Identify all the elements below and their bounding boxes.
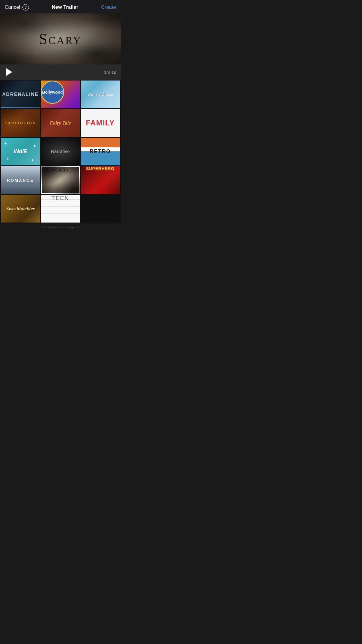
help-icon: ?: [24, 5, 27, 10]
trailer-item-superhero[interactable]: SUPERHERO: [81, 166, 120, 194]
trailer-item-adrenaline[interactable]: ADRENALINE: [1, 80, 40, 108]
trailer-label-family: FAMILY: [81, 109, 120, 137]
trailer-item-indie[interactable]: ✦ ✦ ✦ ✦ iNdiE: [1, 138, 40, 165]
trailer-item-family[interactable]: FAMILY: [81, 109, 120, 137]
trailer-item-fairy-tale[interactable]: Fairy Tale: [41, 109, 80, 137]
trailer-item-teen[interactable]: TEEN: [41, 195, 80, 223]
trailer-label-teen: TEEN: [41, 195, 80, 202]
trailer-item-retro[interactable]: RETRO: [81, 138, 120, 165]
play-button[interactable]: [6, 68, 12, 76]
trailer-item-expedition[interactable]: EXPEDITION: [1, 109, 40, 137]
trailer-label-fairy-tale: Fairy Tale: [41, 109, 80, 137]
trailer-item-bollywood[interactable]: Bollywood: [41, 80, 80, 108]
trailer-label-narrative: Narrative: [41, 138, 80, 165]
trailer-label-adrenaline: ADRENALINE: [1, 80, 40, 108]
preview-area: Scary 1m 1s: [0, 13, 121, 80]
cancel-button[interactable]: Cancel ?: [5, 4, 29, 10]
playback-bar: 1m 1s: [0, 64, 121, 80]
trailer-label-swashbuckler: Swashbuckler: [1, 195, 40, 223]
trailer-item-romance[interactable]: ROMANCE: [1, 166, 40, 194]
trailer-label-indie: iNdiE: [1, 138, 40, 165]
trailer-label-expedition: EXPEDITION: [1, 109, 40, 137]
cancel-label[interactable]: Cancel: [5, 4, 20, 10]
trailer-grid: ADRENALINE Bollywood Coming Of Age EXPED…: [0, 80, 121, 223]
trailer-label-bollywood: Bollywood: [41, 80, 64, 104]
trailer-label-retro: RETRO: [81, 138, 120, 165]
create-button[interactable]: Create: [101, 4, 116, 10]
trailer-item-narrative[interactable]: Narrative: [41, 138, 80, 165]
trailer-item-coming-of-age[interactable]: Coming Of Age: [81, 80, 120, 108]
preview-title: Scary: [39, 30, 82, 48]
trailer-label-superhero: SUPERHERO: [81, 166, 120, 171]
trailer-label-scary: Scary: [41, 166, 80, 173]
trailer-label-romance: ROMANCE: [1, 166, 40, 194]
preview-thumbnail: Scary: [0, 13, 121, 64]
nav-bar: Cancel ? New Trailer Create: [0, 0, 121, 13]
trailer-item-scary[interactable]: Scary: [41, 166, 80, 194]
footer-credit: www.heritagechristiancollege.com: [0, 223, 121, 231]
trailer-label-coming-of-age: Coming Of Age: [81, 80, 120, 108]
help-button[interactable]: ?: [22, 4, 29, 10]
duration-text: 1m 1s: [104, 70, 116, 75]
trailer-item-swashbuckler[interactable]: Swashbuckler: [1, 195, 40, 223]
page-title: New Trailer: [52, 4, 78, 10]
